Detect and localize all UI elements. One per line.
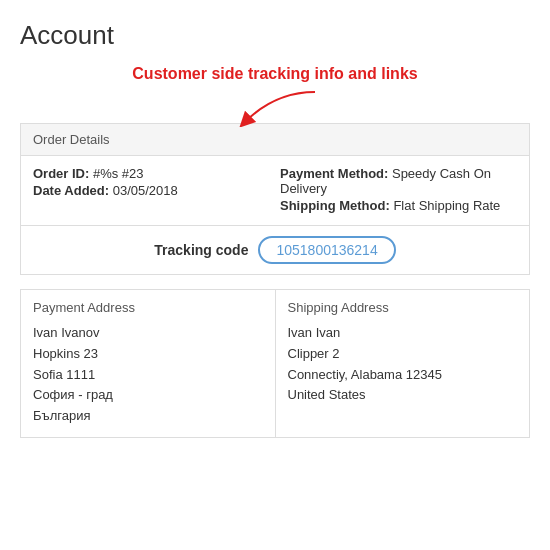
order-info-grid: Order ID: #%s #23 Date Added: 03/05/2018… bbox=[33, 166, 517, 215]
order-details-heading: Order Details bbox=[21, 124, 529, 156]
shipping-address-lines: Ivan Ivan Clipper 2 Connectiy, Alabama 1… bbox=[288, 323, 518, 406]
date-added-label: Date Added: bbox=[33, 183, 109, 198]
payment-method-label: Payment Method: bbox=[280, 166, 388, 181]
order-details-body: Order ID: #%s #23 Date Added: 03/05/2018… bbox=[21, 156, 529, 225]
shipping-method-value: Flat Shipping Rate bbox=[393, 198, 500, 213]
address-panel: Payment Address Ivan Ivanov Hopkins 23 S… bbox=[20, 289, 530, 438]
payment-address-lines: Ivan Ivanov Hopkins 23 Sofia 1111 София … bbox=[33, 323, 263, 427]
date-added-line: Date Added: 03/05/2018 bbox=[33, 183, 270, 198]
order-id-value: #%s #23 bbox=[93, 166, 144, 181]
payment-line-3: Sofia 1111 bbox=[33, 365, 263, 386]
address-grid: Payment Address Ivan Ivanov Hopkins 23 S… bbox=[21, 290, 529, 437]
shipping-line-1: Ivan Ivan bbox=[288, 323, 518, 344]
tracking-code-label: Tracking code bbox=[154, 242, 248, 258]
order-details-panel: Order Details Order ID: #%s #23 Date Add… bbox=[20, 123, 530, 275]
shipping-method-line: Shipping Method: Flat Shipping Rate bbox=[280, 198, 517, 213]
arrow-container bbox=[20, 87, 530, 127]
tracking-row: Tracking code 1051800136214 bbox=[21, 225, 529, 274]
order-info-left: Order ID: #%s #23 Date Added: 03/05/2018 bbox=[33, 166, 270, 215]
tracking-code-value: 1051800136214 bbox=[258, 236, 395, 264]
order-id-line: Order ID: #%s #23 bbox=[33, 166, 270, 181]
payment-line-4: София - град bbox=[33, 385, 263, 406]
payment-address-heading: Payment Address bbox=[33, 300, 263, 315]
shipping-line-3: Connectiy, Alabama 12345 bbox=[288, 365, 518, 386]
shipping-line-2: Clipper 2 bbox=[288, 344, 518, 365]
payment-line-1: Ivan Ivanov bbox=[33, 323, 263, 344]
payment-address-col: Payment Address Ivan Ivanov Hopkins 23 S… bbox=[21, 290, 276, 437]
payment-line-5: България bbox=[33, 406, 263, 427]
payment-line-2: Hopkins 23 bbox=[33, 344, 263, 365]
date-added-value: 03/05/2018 bbox=[113, 183, 178, 198]
shipping-line-4: United States bbox=[288, 385, 518, 406]
shipping-method-label: Shipping Method: bbox=[280, 198, 390, 213]
shipping-address-heading: Shipping Address bbox=[288, 300, 518, 315]
shipping-address-col: Shipping Address Ivan Ivan Clipper 2 Con… bbox=[276, 290, 530, 437]
page-title: Account bbox=[20, 20, 530, 51]
callout-banner: Customer side tracking info and links bbox=[20, 65, 530, 83]
payment-method-line: Payment Method: Speedy Cash On Delivery bbox=[280, 166, 517, 196]
order-id-label: Order ID: bbox=[33, 166, 89, 181]
order-info-right: Payment Method: Speedy Cash On Delivery … bbox=[280, 166, 517, 215]
